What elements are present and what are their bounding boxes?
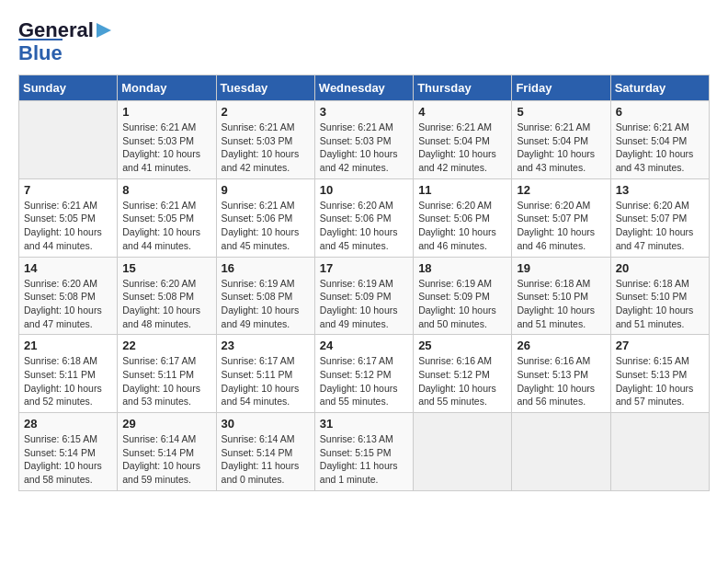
day-number: 8	[122, 183, 210, 197]
calendar-day-cell: 12Sunrise: 6:20 AM Sunset: 5:07 PM Dayli…	[512, 178, 610, 257]
day-info: Sunrise: 6:17 AM Sunset: 5:11 PM Dayligh…	[122, 354, 210, 408]
calendar-day-cell: 5Sunrise: 6:21 AM Sunset: 5:04 PM Daylig…	[512, 101, 610, 179]
day-number: 10	[320, 183, 408, 197]
calendar-day-cell	[19, 101, 118, 179]
day-info: Sunrise: 6:19 AM Sunset: 5:09 PM Dayligh…	[320, 277, 408, 331]
calendar-day-cell: 25Sunrise: 6:16 AM Sunset: 5:12 PM Dayli…	[414, 335, 512, 413]
day-info: Sunrise: 6:21 AM Sunset: 5:04 PM Dayligh…	[517, 121, 605, 175]
day-number: 26	[517, 339, 605, 352]
day-number: 27	[616, 339, 704, 352]
calendar-day-cell: 4Sunrise: 6:21 AM Sunset: 5:04 PM Daylig…	[414, 101, 512, 179]
day-number: 16	[222, 261, 310, 275]
day-number: 19	[517, 261, 605, 275]
day-info: Sunrise: 6:19 AM Sunset: 5:08 PM Dayligh…	[222, 277, 310, 331]
logo-blue: Blue	[18, 39, 63, 65]
column-header-friday: Friday	[512, 75, 610, 101]
day-info: Sunrise: 6:21 AM Sunset: 5:03 PM Dayligh…	[222, 121, 310, 175]
calendar-day-cell: 16Sunrise: 6:19 AM Sunset: 5:08 PM Dayli…	[216, 257, 314, 335]
day-number: 5	[517, 105, 605, 119]
calendar-week-row: 7Sunrise: 6:21 AM Sunset: 5:05 PM Daylig…	[19, 178, 710, 257]
calendar-day-cell: 13Sunrise: 6:20 AM Sunset: 5:07 PM Dayli…	[610, 178, 709, 257]
day-number: 18	[418, 261, 506, 275]
day-info: Sunrise: 6:17 AM Sunset: 5:12 PM Dayligh…	[320, 354, 408, 408]
svg-marker-0	[97, 23, 111, 38]
day-info: Sunrise: 6:20 AM Sunset: 5:07 PM Dayligh…	[517, 199, 605, 253]
calendar-day-cell: 26Sunrise: 6:16 AM Sunset: 5:13 PM Dayli…	[512, 335, 610, 413]
day-info: Sunrise: 6:20 AM Sunset: 5:08 PM Dayligh…	[122, 277, 210, 331]
logo-arrow-icon	[95, 21, 113, 40]
calendar-week-row: 14Sunrise: 6:20 AM Sunset: 5:08 PM Dayli…	[19, 257, 710, 335]
day-info: Sunrise: 6:17 AM Sunset: 5:11 PM Dayligh…	[222, 354, 310, 408]
day-info: Sunrise: 6:18 AM Sunset: 5:10 PM Dayligh…	[517, 277, 605, 331]
calendar-day-cell: 20Sunrise: 6:18 AM Sunset: 5:10 PM Dayli…	[610, 257, 709, 335]
day-info: Sunrise: 6:18 AM Sunset: 5:10 PM Dayligh…	[616, 277, 704, 331]
page-header: General Blue	[18, 18, 710, 65]
calendar-day-cell: 30Sunrise: 6:14 AM Sunset: 5:14 PM Dayli…	[216, 413, 314, 491]
calendar-day-cell	[610, 413, 709, 491]
day-number: 1	[122, 105, 210, 119]
calendar-table: SundayMondayTuesdayWednesdayThursdayFrid…	[18, 75, 710, 491]
calendar-day-cell: 1Sunrise: 6:21 AM Sunset: 5:03 PM Daylig…	[118, 101, 216, 179]
day-info: Sunrise: 6:21 AM Sunset: 5:05 PM Dayligh…	[122, 199, 210, 253]
day-number: 9	[222, 183, 310, 197]
day-number: 2	[222, 105, 310, 119]
day-info: Sunrise: 6:14 AM Sunset: 5:14 PM Dayligh…	[122, 432, 210, 487]
day-number: 14	[24, 261, 112, 275]
calendar-day-cell: 28Sunrise: 6:15 AM Sunset: 5:14 PM Dayli…	[19, 413, 118, 491]
calendar-day-cell: 19Sunrise: 6:18 AM Sunset: 5:10 PM Dayli…	[512, 257, 610, 335]
day-number: 13	[616, 183, 704, 197]
column-header-wednesday: Wednesday	[314, 75, 413, 101]
day-number: 24	[320, 339, 408, 352]
calendar-day-cell: 6Sunrise: 6:21 AM Sunset: 5:04 PM Daylig…	[610, 101, 709, 179]
day-info: Sunrise: 6:14 AM Sunset: 5:14 PM Dayligh…	[222, 432, 310, 487]
calendar-day-cell: 7Sunrise: 6:21 AM Sunset: 5:05 PM Daylig…	[19, 178, 118, 257]
calendar-day-cell: 2Sunrise: 6:21 AM Sunset: 5:03 PM Daylig…	[216, 101, 314, 179]
day-number: 6	[616, 105, 704, 119]
day-number: 11	[418, 183, 506, 197]
calendar-day-cell: 17Sunrise: 6:19 AM Sunset: 5:09 PM Dayli…	[314, 257, 413, 335]
calendar-day-cell: 9Sunrise: 6:21 AM Sunset: 5:06 PM Daylig…	[216, 178, 314, 257]
day-info: Sunrise: 6:20 AM Sunset: 5:08 PM Dayligh…	[24, 277, 112, 331]
day-info: Sunrise: 6:16 AM Sunset: 5:13 PM Dayligh…	[517, 354, 605, 408]
day-info: Sunrise: 6:21 AM Sunset: 5:06 PM Dayligh…	[222, 199, 310, 253]
day-info: Sunrise: 6:16 AM Sunset: 5:12 PM Dayligh…	[418, 354, 506, 408]
calendar-day-cell: 10Sunrise: 6:20 AM Sunset: 5:06 PM Dayli…	[314, 178, 413, 257]
calendar-day-cell	[512, 413, 610, 491]
day-info: Sunrise: 6:21 AM Sunset: 5:04 PM Dayligh…	[418, 121, 506, 175]
day-number: 3	[320, 105, 408, 119]
calendar-day-cell	[414, 413, 512, 491]
day-number: 31	[320, 417, 408, 431]
day-number: 20	[616, 261, 704, 275]
day-info: Sunrise: 6:21 AM Sunset: 5:04 PM Dayligh…	[616, 121, 704, 175]
calendar-day-cell: 29Sunrise: 6:14 AM Sunset: 5:14 PM Dayli…	[118, 413, 216, 491]
calendar-day-cell: 3Sunrise: 6:21 AM Sunset: 5:03 PM Daylig…	[314, 101, 413, 179]
calendar-day-cell: 15Sunrise: 6:20 AM Sunset: 5:08 PM Dayli…	[118, 257, 216, 335]
calendar-day-cell: 24Sunrise: 6:17 AM Sunset: 5:12 PM Dayli…	[314, 335, 413, 413]
day-info: Sunrise: 6:20 AM Sunset: 5:06 PM Dayligh…	[418, 199, 506, 253]
column-header-saturday: Saturday	[610, 75, 709, 101]
calendar-header-row: SundayMondayTuesdayWednesdayThursdayFrid…	[19, 75, 710, 101]
day-info: Sunrise: 6:21 AM Sunset: 5:03 PM Dayligh…	[122, 121, 210, 175]
calendar-week-row: 21Sunrise: 6:18 AM Sunset: 5:11 PM Dayli…	[19, 335, 710, 413]
day-info: Sunrise: 6:19 AM Sunset: 5:09 PM Dayligh…	[418, 277, 506, 331]
day-info: Sunrise: 6:20 AM Sunset: 5:06 PM Dayligh…	[320, 199, 408, 253]
day-info: Sunrise: 6:21 AM Sunset: 5:05 PM Dayligh…	[24, 199, 112, 253]
calendar-day-cell: 8Sunrise: 6:21 AM Sunset: 5:05 PM Daylig…	[118, 178, 216, 257]
column-header-sunday: Sunday	[19, 75, 118, 101]
day-info: Sunrise: 6:13 AM Sunset: 5:15 PM Dayligh…	[320, 432, 408, 487]
column-header-monday: Monday	[118, 75, 216, 101]
day-number: 23	[222, 339, 310, 352]
day-number: 12	[517, 183, 605, 197]
calendar-day-cell: 18Sunrise: 6:19 AM Sunset: 5:09 PM Dayli…	[414, 257, 512, 335]
column-header-tuesday: Tuesday	[216, 75, 314, 101]
day-info: Sunrise: 6:20 AM Sunset: 5:07 PM Dayligh…	[616, 199, 704, 253]
day-info: Sunrise: 6:18 AM Sunset: 5:11 PM Dayligh…	[24, 354, 112, 408]
calendar-day-cell: 21Sunrise: 6:18 AM Sunset: 5:11 PM Dayli…	[19, 335, 118, 413]
day-number: 28	[24, 417, 112, 431]
day-info: Sunrise: 6:15 AM Sunset: 5:14 PM Dayligh…	[24, 432, 112, 487]
column-header-thursday: Thursday	[414, 75, 512, 101]
day-number: 29	[122, 417, 210, 431]
day-number: 15	[122, 261, 210, 275]
day-number: 25	[418, 339, 506, 352]
calendar-day-cell: 31Sunrise: 6:13 AM Sunset: 5:15 PM Dayli…	[314, 413, 413, 491]
